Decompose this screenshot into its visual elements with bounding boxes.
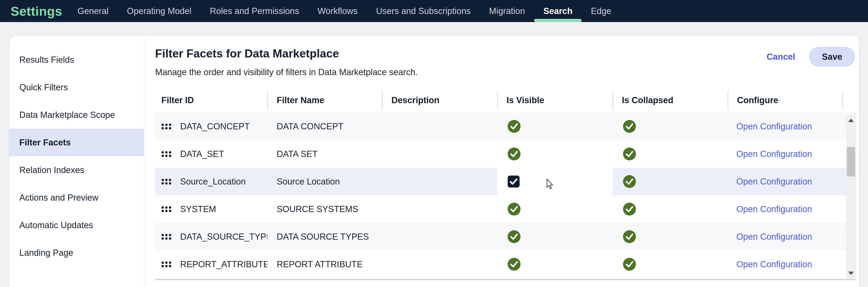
configure-cell: Open Configuration [727, 195, 843, 223]
open-configuration-link[interactable]: Open Configuration [736, 149, 812, 159]
nav-item-search[interactable]: Search [534, 0, 582, 22]
open-configuration-link[interactable]: Open Configuration [736, 259, 812, 269]
filter-id-cell: DATA_SOURCE_TYPE [155, 223, 267, 251]
filter-name-text: DATA SOURCE TYPES [277, 232, 369, 242]
sidebar-item-quick-filters[interactable]: Quick Filters [9, 73, 144, 101]
column-header-filter-name: Filter Name [267, 91, 382, 110]
is-collapsed-cell [613, 140, 727, 168]
table-row: DATA_SOURCE_TYPEDATA SOURCE TYPESOpen Co… [155, 223, 856, 251]
save-button[interactable]: Save [809, 47, 855, 67]
sidebar-item-landing-page[interactable]: Landing Page [9, 239, 144, 266]
is-collapsed-check-badge-icon[interactable] [623, 175, 636, 188]
nav-item-workflows[interactable]: Workflows [308, 0, 367, 22]
settings-card: Results FieldsQuick FiltersData Marketpl… [9, 36, 859, 287]
scroll-up-arrow-icon[interactable] [848, 119, 854, 122]
content-header: Filter Facets for Data Marketplace Manag… [155, 47, 855, 77]
filter-name-text: Source Location [277, 177, 340, 187]
filter-id-text: DATA_CONCEPT [180, 122, 250, 131]
is-collapsed-cell [613, 223, 727, 251]
filter-id-text: Source_Location [180, 177, 246, 187]
is-visible-check-badge-icon[interactable] [508, 203, 521, 216]
is-collapsed-cell [613, 113, 727, 140]
scrollbar-thumb[interactable] [847, 147, 855, 177]
nav-item-migration[interactable]: Migration [480, 0, 534, 22]
filter-name-text: DATA CONCEPT [277, 122, 343, 131]
sidebar-item-automatic-updates[interactable]: Automatic Updates [9, 212, 144, 239]
description-cell [382, 168, 497, 195]
filter-id-cell: SYSTEM [155, 195, 267, 223]
filter-name-text: DATA SET [277, 149, 318, 159]
drag-handle-icon[interactable] [161, 233, 172, 241]
title-block: Filter Facets for Data Marketplace Manag… [155, 47, 418, 77]
nav-item-edge[interactable]: Edge [582, 0, 620, 22]
drag-handle-icon[interactable] [161, 178, 172, 185]
is-visible-check-badge-icon[interactable] [508, 230, 521, 243]
open-configuration-link[interactable]: Open Configuration [736, 177, 812, 187]
is-visible-cell [497, 223, 613, 251]
filter-name-text: REPORT ATTRIBUTE [277, 259, 363, 269]
is-collapsed-cell [613, 251, 727, 278]
is-visible-check-badge-icon[interactable] [508, 258, 521, 271]
sidebar-item-actions-and-preview[interactable]: Actions and Preview [9, 184, 144, 212]
is-visible-check-badge-icon[interactable] [508, 120, 521, 133]
filter-name-cell: DATA CONCEPT [267, 113, 382, 140]
column-header-is-collapsed: Is Collapsed [613, 91, 727, 110]
drag-handle-icon[interactable] [161, 123, 172, 130]
is-collapsed-check-badge-icon[interactable] [623, 258, 636, 271]
table-row-partial [155, 278, 856, 280]
sidebar-item-results-fields[interactable]: Results Fields [9, 46, 144, 73]
table-row: DATA_CONCEPTDATA CONCEPTOpen Configurati… [155, 113, 856, 140]
filter-id-text: SYSTEM [180, 204, 216, 214]
is-visible-check-badge-icon[interactable] [508, 148, 521, 160]
top-nav-tabs: GeneralOperating ModelRoles and Permissi… [68, 0, 620, 22]
description-cell [382, 113, 497, 140]
filter-name-cell: REPORT ATTRIBUTE [267, 251, 382, 278]
filter-id-cell: DATA_SET [155, 140, 267, 168]
nav-item-general[interactable]: General [68, 0, 118, 22]
header-actions: Cancel Save [767, 47, 855, 67]
vertical-scrollbar[interactable] [846, 115, 856, 279]
column-header-description: Description [382, 91, 497, 110]
drag-handle-icon[interactable] [161, 261, 172, 268]
table-header-row: Filter IDFilter NameDescriptionIs Visibl… [155, 91, 856, 110]
is-visible-cell [497, 140, 613, 168]
table-row: DATA_SETDATA SETOpen Configuration [155, 140, 856, 168]
open-configuration-link[interactable]: Open Configuration [736, 122, 812, 131]
drag-handle-icon[interactable] [161, 150, 172, 158]
sidebar-item-data-marketplace-scope[interactable]: Data Marketplace Scope [9, 101, 144, 129]
open-configuration-link[interactable]: Open Configuration [736, 232, 812, 242]
is-collapsed-check-badge-icon[interactable] [623, 148, 636, 160]
drag-handle-icon[interactable] [161, 205, 172, 213]
cancel-button[interactable]: Cancel [767, 47, 795, 67]
is-visible-cell [497, 195, 613, 223]
description-cell [382, 223, 497, 251]
is-visible-cell [497, 168, 613, 195]
description-cell [382, 195, 497, 223]
filter-name-cell: DATA SET [267, 140, 382, 168]
description-cell [382, 140, 497, 168]
configure-cell: Open Configuration [727, 223, 843, 251]
is-visible-checkbox-checked[interactable] [508, 176, 520, 188]
column-header-is-visible: Is Visible [497, 91, 613, 110]
is-collapsed-check-badge-icon[interactable] [623, 230, 636, 243]
is-collapsed-check-badge-icon[interactable] [623, 120, 636, 133]
filter-name-cell: DATA SOURCE TYPES [267, 223, 382, 251]
configure-cell: Open Configuration [727, 168, 843, 195]
sidebar-item-relation-indexes[interactable]: Relation Indexes [9, 156, 144, 184]
sidebar-item-filter-facets[interactable]: Filter Facets [9, 129, 144, 156]
is-collapsed-check-badge-icon[interactable] [623, 203, 636, 216]
open-configuration-link[interactable]: Open Configuration [736, 204, 812, 214]
table-row: Source_LocationSource LocationOpen Confi… [155, 168, 856, 195]
nav-item-operating-model[interactable]: Operating Model [118, 0, 200, 22]
is-visible-cell [497, 251, 613, 278]
table-row: REPORT_ATTRIBUTEREPORT ATTRIBUTEOpen Con… [155, 251, 856, 278]
is-collapsed-cell [613, 168, 727, 195]
nav-item-roles-and-permissions[interactable]: Roles and Permissions [200, 0, 308, 22]
filter-name-cell: Source Location [267, 168, 382, 195]
nav-item-users-and-subscriptions[interactable]: Users and Subscriptions [367, 0, 480, 22]
column-header-filter-id: Filter ID [155, 91, 267, 110]
filter-name-cell: SOURCE SYSTEMS [267, 195, 382, 223]
sidebar: Results FieldsQuick FiltersData Marketpl… [9, 36, 144, 287]
scroll-down-arrow-icon[interactable] [848, 272, 854, 275]
configure-cell: Open Configuration [727, 140, 843, 168]
